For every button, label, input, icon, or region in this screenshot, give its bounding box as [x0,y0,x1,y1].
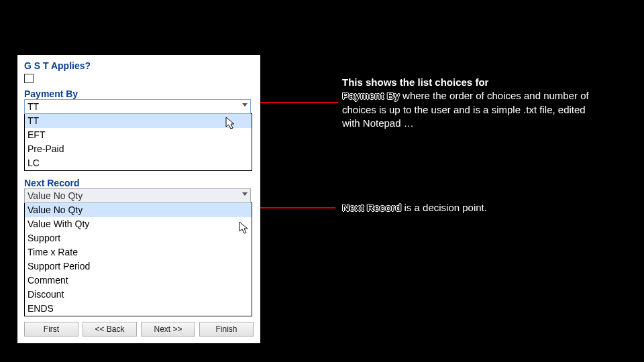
gst-checkbox[interactable] [24,74,34,83]
payment-by-combo[interactable]: TT [24,99,251,114]
next-button[interactable]: Next >> [141,322,195,337]
payment-by-option[interactable]: LC [25,156,252,170]
next-record-option[interactable]: Support Period [25,259,252,274]
next-record-option[interactable]: Discount [25,288,252,302]
annotation-next-record: Next Record is a decision point. [342,201,597,215]
annotation-payment-by: This shows the list choices for Payment … [342,76,597,130]
next-record-value: Value No Qty [25,189,250,202]
payment-by-label: Payment By [24,88,254,99]
next-record-option[interactable]: Support [25,231,252,245]
annotation-bold: Next Record [342,202,401,213]
annotation-text: is a decision point. [401,202,487,213]
payment-by-option[interactable]: Pre-Paid [25,142,252,156]
payment-by-option[interactable]: EFT [25,128,252,142]
payment-by-value: TT [25,100,250,113]
next-record-option[interactable]: Value With Qty [25,217,252,231]
next-record-option[interactable]: Value No Qty [25,203,252,217]
form-panel: G S T Applies? Payment By TT TT EFT Pre-… [17,55,260,343]
annotation-text: This shows the list choices for [342,76,488,88]
next-record-option[interactable]: Comment [25,274,252,288]
gst-label: G S T Applies? [24,60,254,71]
next-record-dropdown: Value No Qty Value With Qty Support Time… [24,202,252,316]
next-record-combo[interactable]: Value No Qty [24,188,251,203]
chevron-down-icon [242,103,248,107]
annotation-bold: Payment By [342,90,400,101]
back-button[interactable]: << Back [83,322,137,337]
next-record-option[interactable]: ENDS [25,302,252,316]
next-record-label: Next Record [24,178,254,188]
nav-button-row: First << Back Next >> Finish [24,322,254,337]
payment-by-option[interactable]: TT [25,114,252,128]
next-record-option[interactable]: Time x Rate [25,245,252,259]
payment-by-dropdown: TT EFT Pre-Paid LC [24,113,252,171]
chevron-down-icon [242,192,248,196]
first-button[interactable]: First [24,322,78,337]
finish-button[interactable]: Finish [199,322,254,337]
